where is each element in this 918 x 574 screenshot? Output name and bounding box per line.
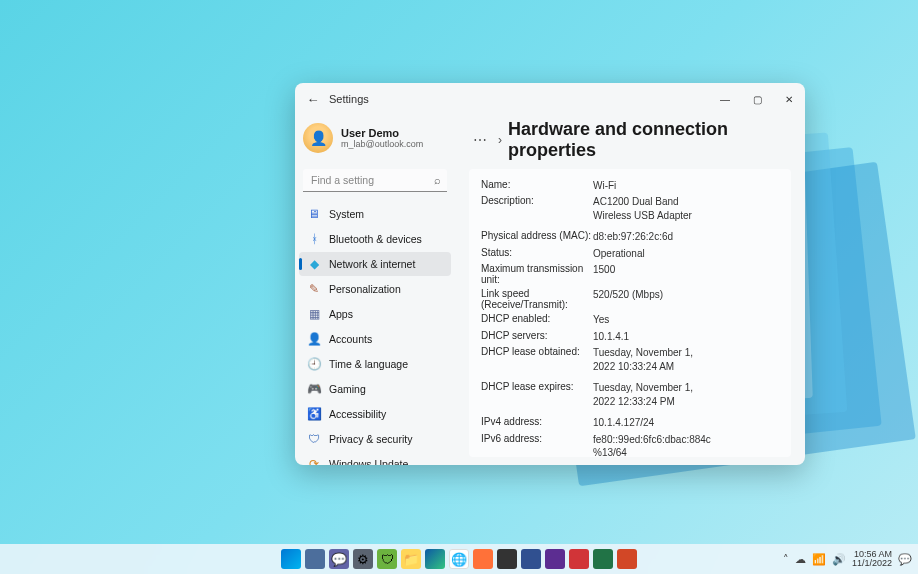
- property-label: Physical address (MAC):: [481, 230, 593, 244]
- settings-icon[interactable]: ⚙: [353, 549, 373, 569]
- property-row: Status:Operational: [481, 245, 779, 262]
- property-label: Status:: [481, 247, 593, 261]
- start-button[interactable]: [281, 549, 301, 569]
- nav-label: Accessibility: [329, 408, 386, 420]
- back-button[interactable]: ←: [299, 85, 327, 113]
- nav-label: Bluetooth & devices: [329, 233, 422, 245]
- property-label: DHCP servers:: [481, 330, 593, 344]
- sidebar-item-gaming[interactable]: 🎮Gaming: [299, 377, 451, 401]
- property-value: 520/520 (Mbps): [593, 288, 663, 310]
- page-title: Hardware and connection properties: [508, 119, 791, 161]
- nav-label: Accounts: [329, 333, 372, 345]
- property-row: IPv4 address:10.1.4.127/24: [481, 415, 779, 432]
- sidebar-item-accessibility[interactable]: ♿Accessibility: [299, 402, 451, 426]
- taskbar: 💬 ⚙ 🛡 📁 🌐 ˄ ☁ 📶 🔊 10:56 AM 11/1/2022 💬: [0, 544, 918, 574]
- nav-icon: ◆: [307, 257, 321, 271]
- breadcrumb-more[interactable]: ⋯: [469, 130, 492, 150]
- property-value: 10.1.4.1: [593, 330, 629, 344]
- nav-label: System: [329, 208, 364, 220]
- property-label: DHCP lease obtained:: [481, 346, 593, 373]
- property-row: DHCP lease expires:Tuesday, November 1,2…: [481, 380, 779, 410]
- property-value: Wi-Fi: [593, 179, 616, 193]
- sidebar-item-windows-update[interactable]: ⟳Windows Update: [299, 452, 451, 465]
- notifications-icon[interactable]: 💬: [898, 553, 912, 566]
- property-value: 1500: [593, 263, 615, 285]
- property-row: Description:AC1200 Dual BandWireless USB…: [481, 194, 779, 224]
- clock[interactable]: 10:56 AM 11/1/2022: [852, 550, 892, 569]
- property-value: 10.1.4.127/24: [593, 416, 654, 430]
- powerpoint-icon[interactable]: [617, 549, 637, 569]
- property-row: Name:Wi-Fi: [481, 177, 779, 194]
- sidebar: 👤 User Demo m_lab@outlook.com ⌕ 🖥Systemᚼ…: [295, 83, 455, 465]
- system-tray[interactable]: ˄ ☁ 📶 🔊 10:56 AM 11/1/2022 💬: [783, 550, 918, 569]
- nav-icon: ⟳: [307, 457, 321, 465]
- sidebar-item-privacy-security[interactable]: 🛡Privacy & security: [299, 427, 451, 451]
- nav-icon: ♿: [307, 407, 321, 421]
- nav-label: Gaming: [329, 383, 366, 395]
- edge-icon[interactable]: [425, 549, 445, 569]
- breadcrumb: ⋯ › Hardware and connection properties: [469, 119, 791, 161]
- settings-window: ← Settings — ▢ ✕ 👤 User Demo m_lab@outlo…: [295, 83, 805, 465]
- taskbar-center: 💬 ⚙ 🛡 📁 🌐: [281, 549, 637, 569]
- property-value: d8:eb:97:26:2c:6d: [593, 230, 673, 244]
- property-value: Yes: [593, 313, 609, 327]
- nav-label: Apps: [329, 308, 353, 320]
- property-label: Link speed (Receive/Transmit):: [481, 288, 593, 310]
- avatar: 👤: [303, 123, 333, 153]
- sidebar-item-accounts[interactable]: 👤Accounts: [299, 327, 451, 351]
- property-label: Description:: [481, 195, 593, 222]
- minimize-button[interactable]: —: [709, 85, 741, 113]
- property-value: AC1200 Dual BandWireless USB Adapter: [593, 195, 692, 222]
- tray-onedrive-icon[interactable]: ☁: [795, 553, 806, 566]
- nav: 🖥SystemᚼBluetooth & devices◆Network & in…: [295, 202, 455, 465]
- property-value: Operational: [593, 247, 645, 261]
- excel-icon[interactable]: [593, 549, 613, 569]
- main-content: ⋯ › Hardware and connection properties N…: [455, 83, 805, 465]
- tray-chevron-icon[interactable]: ˄: [783, 553, 789, 566]
- security-icon[interactable]: 🛡: [377, 549, 397, 569]
- nav-icon: ✎: [307, 282, 321, 296]
- sidebar-item-network-internet[interactable]: ◆Network & internet: [299, 252, 451, 276]
- sidebar-item-bluetooth-devices[interactable]: ᚼBluetooth & devices: [299, 227, 451, 251]
- search-input[interactable]: [303, 169, 447, 192]
- property-row: Maximum transmission unit:1500: [481, 262, 779, 287]
- nav-label: Time & language: [329, 358, 408, 370]
- nav-label: Privacy & security: [329, 433, 412, 445]
- chat-icon[interactable]: 💬: [329, 549, 349, 569]
- task-view-icon[interactable]: [305, 549, 325, 569]
- search-wrap: ⌕: [303, 169, 447, 192]
- property-label: IPv4 address:: [481, 416, 593, 430]
- app-icon-2[interactable]: [545, 549, 565, 569]
- terminal-icon[interactable]: [497, 549, 517, 569]
- property-label: DHCP lease expires:: [481, 381, 593, 408]
- window-controls: — ▢ ✕: [709, 85, 805, 113]
- date-text: 11/1/2022: [852, 559, 892, 568]
- nav-label: Personalization: [329, 283, 401, 295]
- properties-card: Name:Wi-FiDescription:AC1200 Dual BandWi…: [469, 169, 791, 457]
- maximize-button[interactable]: ▢: [741, 85, 773, 113]
- app-icon-1[interactable]: [521, 549, 541, 569]
- property-row: Link speed (Receive/Transmit):520/520 (M…: [481, 287, 779, 312]
- user-block[interactable]: 👤 User Demo m_lab@outlook.com: [295, 119, 455, 165]
- firefox-icon[interactable]: [473, 549, 493, 569]
- property-label: IPv6 address:: [481, 433, 593, 458]
- chevron-right-icon: ›: [498, 133, 502, 147]
- app-icon-3[interactable]: [569, 549, 589, 569]
- sidebar-item-personalization[interactable]: ✎Personalization: [299, 277, 451, 301]
- user-email: m_lab@outlook.com: [341, 139, 423, 149]
- close-button[interactable]: ✕: [773, 85, 805, 113]
- tray-volume-icon[interactable]: 🔊: [832, 553, 846, 566]
- nav-icon: 🎮: [307, 382, 321, 396]
- chrome-icon[interactable]: 🌐: [449, 549, 469, 569]
- sidebar-item-time-language[interactable]: 🕘Time & language: [299, 352, 451, 376]
- tray-network-icon[interactable]: 📶: [812, 553, 826, 566]
- nav-icon: 🕘: [307, 357, 321, 371]
- property-label: Maximum transmission unit:: [481, 263, 593, 285]
- property-row: Physical address (MAC):d8:eb:97:26:2c:6d: [481, 229, 779, 246]
- search-icon: ⌕: [434, 174, 441, 186]
- sidebar-item-system[interactable]: 🖥System: [299, 202, 451, 226]
- file-explorer-icon[interactable]: 📁: [401, 549, 421, 569]
- property-row: DHCP enabled:Yes: [481, 312, 779, 329]
- sidebar-item-apps[interactable]: ▦Apps: [299, 302, 451, 326]
- nav-icon: ᚼ: [307, 232, 321, 246]
